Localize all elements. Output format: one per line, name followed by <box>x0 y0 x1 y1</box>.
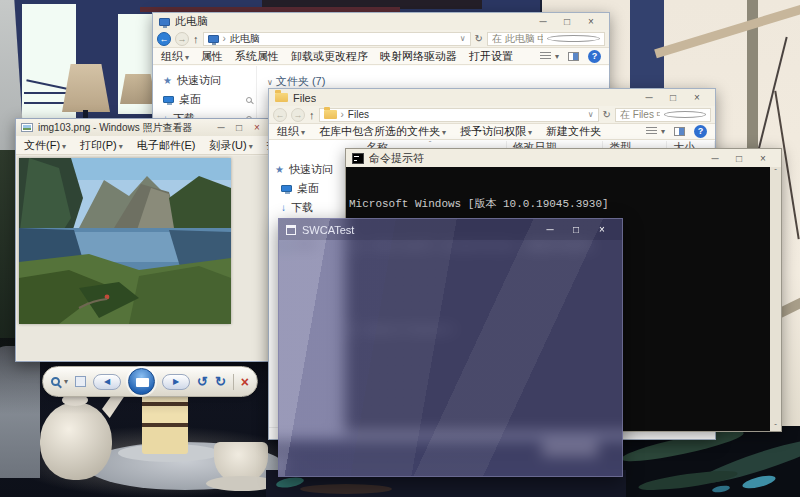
next-button[interactable]: ▶ <box>162 374 190 390</box>
list-view-icon <box>646 127 657 136</box>
zoom-button[interactable]: ▾ <box>51 377 68 386</box>
breadcrumb[interactable]: Files <box>348 109 369 120</box>
back-button[interactable]: ← <box>273 108 287 122</box>
cmd-window-controls: ─ □ × <box>703 151 775 166</box>
close-button[interactable]: × <box>685 90 709 105</box>
close-button[interactable]: × <box>589 224 615 235</box>
cmd-titlebar[interactable]: 命令提示符 ─ □ × <box>346 149 781 167</box>
photo-landscape <box>19 158 231 324</box>
sidebar-item-desktop[interactable]: 桌面 <box>153 90 256 109</box>
give-access-menu[interactable]: 授予访问权限▾ <box>460 124 532 139</box>
sidebar-item-desktop[interactable]: 桌面 <box>269 179 350 198</box>
breadcrumb[interactable]: 此电脑 <box>230 32 260 46</box>
thispc-window-controls: ─ □ × <box>531 14 603 29</box>
cmd-line: Microsoft Windows [版本 10.0.19045.3930] <box>349 197 767 211</box>
address-dropdown-icon[interactable]: ∨ <box>588 110 594 119</box>
menu-print[interactable]: 打印(P)▾ <box>80 138 123 153</box>
viewer-titlebar[interactable]: img103.png - Windows 照片查看器 ─ □ × <box>16 119 271 136</box>
chevron-down-icon: ▾ <box>661 127 665 136</box>
thispc-address-bar[interactable]: › 此电脑 ∨ <box>203 32 471 46</box>
wallpaper-lamp-shade-2 <box>120 74 156 104</box>
files-address-bar[interactable]: › Files ∨ <box>319 108 599 122</box>
map-network-drive-button[interactable]: 映射网络驱动器 <box>380 49 457 64</box>
close-button[interactable]: × <box>248 120 266 135</box>
viewer-title: img103.png - Windows 照片查看器 <box>38 121 193 135</box>
up-button[interactable]: ↑ <box>193 33 199 45</box>
delete-button[interactable]: × <box>241 375 249 389</box>
viewer-menubar: 文件(F)▾ 打印(P)▾ 电子邮件(E) 刻录(U)▾ 打开(O)▾ ? <box>16 136 271 155</box>
organize-menu[interactable]: 组织▾ <box>161 49 189 64</box>
maximize-button[interactable]: □ <box>661 90 685 105</box>
maximize-button[interactable]: □ <box>555 14 579 29</box>
help-icon[interactable]: ? <box>588 50 601 63</box>
view-mode-button[interactable]: ▾ <box>540 52 559 61</box>
properties-button[interactable]: 属性 <box>201 49 223 64</box>
minimize-button[interactable]: ─ <box>703 151 727 166</box>
back-button[interactable]: ← <box>157 32 171 46</box>
address-dropdown-icon[interactable]: ∨ <box>460 34 466 43</box>
minimize-button[interactable]: ─ <box>212 120 230 135</box>
up-button[interactable]: ↑ <box>309 109 315 121</box>
maximize-button[interactable]: □ <box>727 151 751 166</box>
sidebar-item-quick-access[interactable]: ★快速访问 <box>269 160 350 179</box>
maximize-button[interactable]: □ <box>230 120 248 135</box>
organize-menu[interactable]: 组织▾ <box>277 124 305 139</box>
desktop-icon <box>163 96 174 103</box>
files-search-input[interactable]: 在 Files 中搜索 <box>615 108 711 122</box>
menu-file[interactable]: 文件(F)▾ <box>24 138 66 153</box>
minimize-button[interactable]: ─ <box>537 224 563 235</box>
minimize-button[interactable]: ─ <box>637 90 661 105</box>
sidebar-item-downloads[interactable]: ↓下载 <box>269 198 350 217</box>
swca-titlebar[interactable]: SWCATest ─ □ × <box>279 219 622 240</box>
view-mode-button[interactable]: ▾ <box>646 127 665 136</box>
desktop-icon <box>281 185 292 192</box>
previous-button[interactable]: ◀ <box>93 374 121 390</box>
minimize-button[interactable]: ─ <box>531 14 555 29</box>
uninstall-program-button[interactable]: 卸载或更改程序 <box>291 49 368 64</box>
desktop-screen: 此电脑 ─ □ × ← → ↑ › 此电脑 ∨ ↻ 在 此电脑 中搜索 <box>0 0 800 497</box>
new-folder-button[interactable]: 新建文件夹 <box>546 124 601 139</box>
close-button[interactable]: × <box>751 151 775 166</box>
scroll-down-icon[interactable]: ˇ <box>774 422 777 431</box>
forward-button[interactable]: → <box>175 32 189 46</box>
preview-pane-icon[interactable] <box>568 52 579 61</box>
files-toolbar: 组织▾ 在库中包含所选的文件夹▾ 授予访问权限▾ 新建文件夹 ▾ ? <box>269 124 715 140</box>
thispc-title: 此电脑 <box>175 14 208 29</box>
viewer-canvas: ▾ ◀ ▶ ↺ ↻ × <box>17 156 270 360</box>
rotate-ccw-button[interactable]: ↺ <box>197 375 208 388</box>
open-settings-button[interactable]: 打开设置 <box>469 49 513 64</box>
folder-icon <box>275 93 288 102</box>
table-blur <box>300 484 392 494</box>
slideshow-button[interactable] <box>128 368 155 395</box>
menu-email[interactable]: 电子邮件(E) <box>137 138 196 153</box>
address-pc-icon <box>208 35 219 43</box>
download-icon: ↓ <box>281 202 286 213</box>
breadcrumb-separator: › <box>341 109 344 120</box>
cmd-scrollbar[interactable]: ˆ ˇ <box>770 167 781 431</box>
forward-button[interactable]: → <box>291 108 305 122</box>
rotate-cw-button[interactable]: ↻ <box>215 375 226 388</box>
sidebar-item-quick-access[interactable]: ★快速访问 <box>153 71 256 90</box>
viewer-toolbar: ▾ ◀ ▶ ↺ ↻ × <box>42 366 258 397</box>
maximize-button[interactable]: □ <box>563 224 589 235</box>
actual-size-button[interactable] <box>75 376 86 387</box>
menu-burn[interactable]: 刻录(U)▾ <box>209 138 252 153</box>
files-titlebar[interactable]: Files ─ □ × <box>269 89 715 106</box>
refresh-icon[interactable]: ↻ <box>603 109 611 120</box>
scroll-up-icon[interactable]: ˆ <box>774 167 777 176</box>
swca-title: SWCATest <box>302 224 354 236</box>
address-folder-icon <box>324 110 337 119</box>
include-in-library-menu[interactable]: 在库中包含所选的文件夹▾ <box>319 124 446 139</box>
system-properties-button[interactable]: 系统属性 <box>235 49 279 64</box>
folders-group-heading[interactable]: ∨文件夹 (7) <box>265 74 325 89</box>
thispc-search-input[interactable]: 在 此电脑 中搜索 <box>487 32 605 46</box>
files-title: Files <box>293 92 316 104</box>
collapse-icon: ∨ <box>267 78 273 87</box>
help-icon[interactable]: ? <box>694 125 707 138</box>
files-toolbar-right: ▾ ? <box>646 125 707 138</box>
preview-pane-icon[interactable] <box>674 127 685 136</box>
chevron-down-icon: ▾ <box>528 128 532 137</box>
close-button[interactable]: × <box>579 14 603 29</box>
refresh-icon[interactable]: ↻ <box>475 33 483 44</box>
thispc-titlebar[interactable]: 此电脑 ─ □ × <box>153 13 609 30</box>
